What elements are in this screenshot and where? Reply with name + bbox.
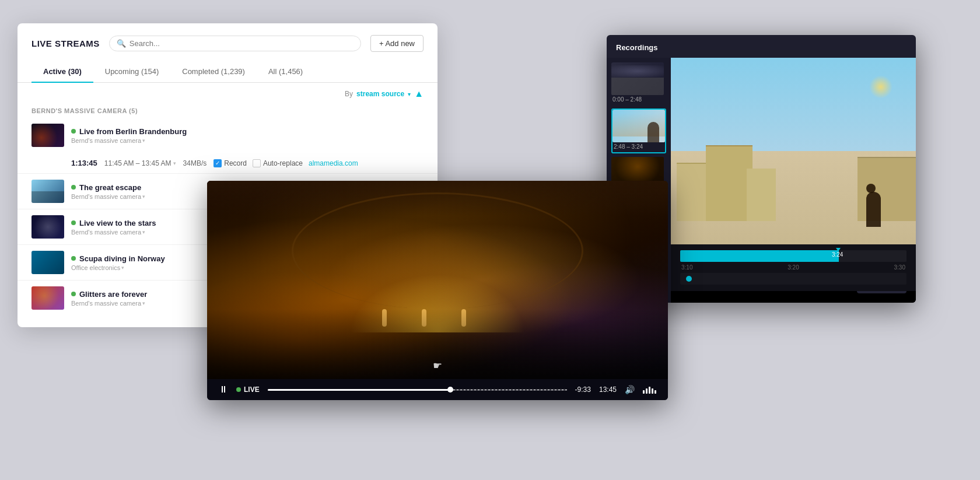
- volume-bars: [643, 386, 656, 394]
- live-badge: LIVE: [236, 386, 260, 394]
- auto-replace-checkbox[interactable]: [253, 159, 261, 167]
- stream-size: 34MB/s: [183, 159, 207, 167]
- live-indicator: [71, 256, 76, 261]
- countdown-label: -9:33: [575, 386, 591, 394]
- tick-3-30: 3:30: [894, 264, 905, 271]
- stream-main-row: Live from Berlin Brandenburg Bernd's mas…: [32, 124, 424, 147]
- sort-value[interactable]: stream source: [356, 90, 404, 98]
- live-indicator: [71, 185, 76, 190]
- live-label: LIVE: [244, 386, 260, 394]
- timeline-bar[interactable]: 3:24: [680, 250, 907, 262]
- recording-timeline[interactable]: 3:24 3:10 3:20 3:30: [671, 244, 916, 291]
- tick-3-10: 3:10: [681, 264, 692, 271]
- thumb-label: 2:48 – 3:24: [612, 142, 665, 152]
- video-controls: ⏸ LIVE -9:33 13:45 🔊: [207, 379, 668, 400]
- live-indicator: [71, 220, 76, 225]
- record-label: Record: [224, 159, 247, 167]
- tab-all[interactable]: All (1,456): [257, 61, 314, 83]
- total-time-label: 13:45: [599, 386, 617, 394]
- vbar-2: [646, 388, 648, 394]
- progress-bar[interactable]: [268, 389, 567, 391]
- recording-thumb[interactable]: 2:48 – 3:24: [611, 108, 666, 153]
- chevron-down-icon: ▾: [408, 91, 411, 97]
- video-player-panel: ☛ ⏸ LIVE -9:33 13:45 🔊: [207, 181, 668, 400]
- tick-3-20: 3:20: [788, 264, 799, 271]
- chevron-down-icon: ▾: [142, 300, 145, 306]
- search-box[interactable]: 🔍: [109, 36, 361, 51]
- panel-title: LIVE STREAMS: [32, 38, 100, 48]
- timeline-scrubber[interactable]: [680, 273, 907, 285]
- stream-info: Live from Berlin Brandenburg Bernd's mas…: [71, 127, 424, 144]
- record-checkbox[interactable]: ✓: [214, 159, 222, 167]
- volume-icon[interactable]: 🔊: [625, 385, 635, 394]
- cursor-icon: ☛: [433, 359, 442, 372]
- progress-dashed: [453, 390, 567, 390]
- time-chevron-icon: ▾: [173, 160, 176, 166]
- chevron-down-icon: ▾: [142, 229, 145, 235]
- stream-source: Bernd's massive camera ▾: [71, 137, 424, 144]
- vbar-1: [643, 390, 645, 394]
- tabs-bar: Active (30) Upcoming (154) Completed (1,…: [18, 61, 438, 83]
- live-dot: [236, 387, 241, 392]
- stream-duration: 1:13:45: [71, 159, 97, 167]
- stage-arc: [292, 192, 583, 309]
- vbar-3: [649, 387, 650, 394]
- main-recording-image: [671, 58, 916, 244]
- timeline-ticks: 3:10 3:20 3:30: [680, 264, 907, 271]
- sort-direction-icon: ▲: [414, 89, 424, 99]
- recordings-title: Recordings: [607, 35, 916, 58]
- record-controls: ✓ Record Auto-replace almamedia.com: [214, 159, 358, 167]
- sort-prefix: By: [345, 90, 353, 98]
- record-checkbox-label[interactable]: ✓ Record: [214, 159, 247, 167]
- group-header: BERND'S MASSIVE CAMERA (5): [18, 101, 438, 118]
- stream-name: Live from Berlin Brandenburg: [71, 127, 424, 136]
- live-indicator: [71, 129, 76, 134]
- stream-item[interactable]: Live from Berlin Brandenburg Bernd's mas…: [18, 118, 438, 174]
- recording-thumb[interactable]: 0:00 – 2:48: [611, 62, 666, 105]
- chevron-down-icon: ▾: [142, 138, 145, 143]
- stream-thumbnail: [32, 251, 64, 274]
- stream-thumbnail: [32, 286, 64, 310]
- auto-replace-checkbox-label[interactable]: Auto-replace: [253, 159, 303, 167]
- chevron-down-icon: ▾: [121, 265, 124, 271]
- tab-completed[interactable]: Completed (1,239): [170, 61, 257, 83]
- tab-active[interactable]: Active (30): [32, 61, 93, 83]
- recording-main-view: Save clip 3:24 3:10 3:20 3:30: [671, 58, 916, 303]
- stream-thumbnail: [32, 124, 64, 147]
- external-link[interactable]: almamedia.com: [309, 159, 358, 167]
- stream-thumbnail: [32, 215, 64, 239]
- add-new-button[interactable]: + Add new: [370, 35, 424, 52]
- search-icon: 🔍: [117, 39, 126, 48]
- tab-upcoming[interactable]: Upcoming (154): [93, 61, 171, 83]
- chevron-down-icon: ▾: [142, 194, 145, 199]
- sort-bar: By stream source ▾ ▲: [18, 83, 438, 101]
- pause-button[interactable]: ⏸: [219, 385, 228, 394]
- scrubber-dot: [686, 276, 692, 282]
- search-input[interactable]: [130, 39, 354, 48]
- timeline-filled: [680, 250, 839, 262]
- progress-track[interactable]: [268, 389, 567, 391]
- vbar-4: [652, 388, 653, 394]
- stream-meta: 1:13:45 11:45 AM – 13:45 AM ▾ 34MB/s ✓ R…: [71, 159, 424, 167]
- video-area: ☛: [207, 181, 668, 379]
- stream-time: 11:45 AM – 13:45 AM ▾: [104, 159, 176, 167]
- panel-header: LIVE STREAMS 🔍 + Add new: [18, 23, 438, 61]
- stream-thumbnail: [32, 180, 64, 203]
- live-indicator: [71, 292, 76, 296]
- thumb-label: 0:00 – 2:48: [611, 95, 666, 105]
- progress-filled: [268, 389, 453, 391]
- timeline-label: 3:24: [832, 251, 843, 258]
- vbar-5: [654, 390, 656, 394]
- auto-replace-label: Auto-replace: [263, 159, 303, 167]
- progress-dot: [447, 387, 453, 393]
